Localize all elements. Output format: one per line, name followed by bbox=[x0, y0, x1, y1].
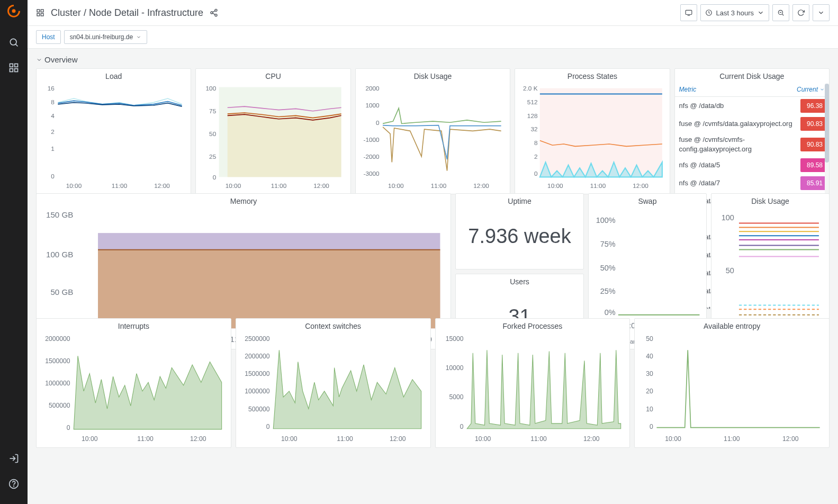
chevron-down-icon bbox=[36, 57, 42, 63]
panel-title: Disk Usage bbox=[715, 197, 826, 205]
chevron-down-icon bbox=[136, 34, 141, 40]
svg-text:10:00: 10:00 bbox=[66, 182, 82, 190]
svg-text:0: 0 bbox=[51, 173, 55, 180]
refresh-button[interactable] bbox=[792, 4, 809, 21]
dashboard-icon[interactable] bbox=[36, 8, 44, 17]
variable-value: sn04.bi.uni-freiburg.de bbox=[70, 33, 133, 41]
svg-point-16 bbox=[215, 14, 217, 16]
table-row[interactable]: nfs @ /data/589.58 bbox=[675, 156, 829, 174]
tv-button[interactable] bbox=[680, 4, 697, 21]
svg-text:0: 0 bbox=[650, 423, 653, 430]
svg-text:128: 128 bbox=[527, 112, 538, 120]
panel-title: Uptime bbox=[459, 197, 580, 205]
panel-title: Load bbox=[40, 72, 187, 80]
svg-text:30: 30 bbox=[646, 370, 654, 377]
svg-text:150 GB: 150 GB bbox=[46, 210, 73, 219]
column-current[interactable]: Current bbox=[797, 86, 825, 93]
svg-text:8: 8 bbox=[51, 98, 55, 106]
panel-title: Current Disk Usage bbox=[675, 69, 829, 80]
svg-text:20: 20 bbox=[646, 388, 654, 395]
svg-text:11:00: 11:00 bbox=[430, 182, 446, 190]
panel-uptime[interactable]: Uptime 7.936 week bbox=[455, 193, 584, 269]
svg-text:500000: 500000 bbox=[248, 406, 270, 413]
svg-rect-6 bbox=[15, 69, 18, 72]
svg-text:12:00: 12:00 bbox=[314, 182, 330, 190]
panel-title: Available entropy bbox=[638, 322, 826, 330]
svg-text:16: 16 bbox=[48, 85, 55, 92]
svg-text:50: 50 bbox=[646, 335, 654, 343]
svg-text:10:00: 10:00 bbox=[547, 182, 563, 190]
panel-disk-usage-rate[interactable]: Disk Usage 2000 1000 0 -1000 -2000 -3000… bbox=[355, 68, 510, 194]
svg-point-9 bbox=[14, 486, 14, 487]
svg-text:11:00: 11:00 bbox=[137, 435, 154, 443]
section-overview[interactable]: Overview bbox=[36, 55, 830, 64]
timerange-button[interactable]: Last 3 hours bbox=[700, 4, 769, 21]
svg-text:-3000: -3000 bbox=[363, 170, 380, 177]
svg-text:-1000: -1000 bbox=[363, 136, 380, 143]
panel-entropy[interactable]: Available entropy 50 40 30 20 10 0 10:00… bbox=[634, 318, 830, 448]
svg-rect-13 bbox=[41, 13, 43, 16]
table-row[interactable]: fuse @ /cvmfs/cvmfs-config.galaxyproject… bbox=[675, 133, 829, 156]
variable-label-host: Host bbox=[36, 30, 61, 44]
chevron-down-icon bbox=[817, 9, 825, 16]
svg-text:10: 10 bbox=[646, 406, 654, 413]
svg-text:100: 100 bbox=[722, 213, 734, 222]
svg-text:11:00: 11:00 bbox=[271, 182, 287, 190]
svg-rect-5 bbox=[10, 69, 13, 72]
apps-icon[interactable] bbox=[8, 62, 19, 73]
svg-line-23 bbox=[782, 14, 783, 15]
panel-title: Swap bbox=[592, 197, 703, 205]
table-row[interactable]: nfs @ /data/785.91 bbox=[675, 174, 829, 192]
svg-text:10:00: 10:00 bbox=[281, 435, 298, 443]
panel-process-states[interactable]: Process States 2.0 K 512 128 32 8 2 0 bbox=[515, 68, 670, 194]
help-icon[interactable] bbox=[8, 479, 19, 489]
svg-rect-4 bbox=[15, 64, 18, 67]
svg-text:1500000: 1500000 bbox=[45, 357, 70, 365]
panel-interrupts[interactable]: Interrupts 2000000 1500000 1000000 50000… bbox=[36, 318, 231, 448]
column-metric[interactable]: Metric bbox=[679, 86, 797, 93]
zoom-out-button[interactable] bbox=[772, 4, 789, 21]
grafana-logo-icon[interactable] bbox=[6, 4, 21, 19]
panel-context-switches[interactable]: Context switches 2500000 2000000 1500000… bbox=[236, 318, 431, 448]
metric-cell: nfs @ /data/db bbox=[679, 101, 797, 111]
svg-rect-69 bbox=[98, 250, 440, 329]
svg-text:11:00: 11:00 bbox=[112, 182, 128, 190]
refresh-interval-button[interactable] bbox=[813, 4, 830, 21]
svg-text:1000000: 1000000 bbox=[45, 380, 70, 387]
svg-rect-12 bbox=[37, 13, 40, 16]
svg-text:50: 50 bbox=[726, 266, 734, 275]
topbar: Cluster / Node Detail - Infrastructure L… bbox=[28, 0, 838, 26]
svg-text:0: 0 bbox=[534, 170, 538, 177]
signin-icon[interactable] bbox=[8, 453, 19, 464]
panel-forked-processes[interactable]: Forked Processes 15000 10000 5000 0 10:0… bbox=[435, 318, 630, 448]
svg-text:0: 0 bbox=[376, 119, 380, 127]
svg-text:5000: 5000 bbox=[449, 393, 463, 401]
svg-text:0%: 0% bbox=[605, 308, 616, 317]
panel-title: Users bbox=[459, 277, 580, 286]
svg-point-15 bbox=[211, 12, 213, 14]
svg-rect-10 bbox=[37, 10, 40, 12]
svg-line-2 bbox=[15, 44, 17, 46]
svg-text:11:00: 11:00 bbox=[590, 182, 606, 190]
svg-text:4: 4 bbox=[51, 112, 55, 120]
svg-text:10:00: 10:00 bbox=[82, 435, 98, 443]
panel-load[interactable]: Load 16 8 4 2 1 0 10:00 11:00 12: bbox=[36, 68, 191, 194]
svg-point-1 bbox=[10, 39, 16, 45]
panel-cpu[interactable]: CPU 100 75 50 25 0 10:00 11:00 bbox=[195, 68, 350, 194]
svg-text:10000: 10000 bbox=[445, 364, 463, 372]
svg-text:10:00: 10:00 bbox=[474, 435, 491, 443]
search-icon[interactable] bbox=[8, 37, 19, 48]
variable-select-host[interactable]: sn04.bi.uni-freiburg.de bbox=[64, 30, 147, 44]
variables-row: Host sn04.bi.uni-freiburg.de bbox=[28, 26, 838, 49]
refresh-icon bbox=[797, 9, 805, 16]
svg-text:50%: 50% bbox=[600, 264, 616, 272]
svg-text:11:00: 11:00 bbox=[337, 435, 353, 443]
svg-text:25%: 25% bbox=[600, 287, 616, 295]
svg-rect-3 bbox=[10, 64, 13, 67]
dashboard-title[interactable]: Cluster / Node Detail - Infrastructure bbox=[51, 7, 203, 19]
svg-text:12:00: 12:00 bbox=[190, 435, 206, 443]
share-icon[interactable] bbox=[210, 8, 218, 17]
table-row[interactable]: nfs @ /data/db96.38 bbox=[675, 97, 829, 115]
table-row[interactable]: fuse @ /cvmfs/data.galaxyproject.org90.8… bbox=[675, 115, 829, 133]
svg-point-0 bbox=[12, 9, 16, 13]
